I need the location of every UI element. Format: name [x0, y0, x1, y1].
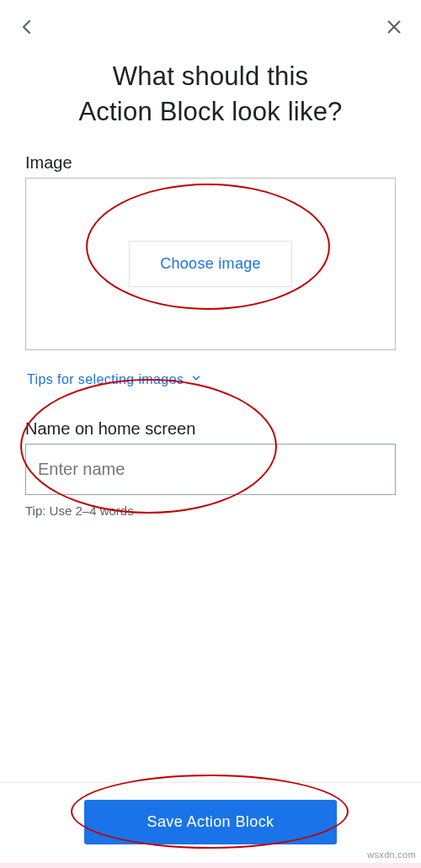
back-icon[interactable]: [15, 15, 39, 39]
title-line-1: What should this: [113, 61, 308, 91]
footer: Save Action Block: [0, 782, 421, 868]
choose-image-button[interactable]: Choose image: [129, 241, 292, 287]
name-label: Name on home screen: [25, 419, 396, 439]
watermark: wsxdn.com: [367, 849, 416, 860]
close-icon[interactable]: [382, 15, 406, 39]
title-line-2: Action Block look like?: [78, 97, 342, 126]
tips-label: Tips for selecting images: [27, 372, 184, 387]
bottom-accent-strip: [0, 863, 421, 868]
tips-selecting-images[interactable]: Tips for selecting images: [27, 372, 202, 387]
image-preview-box: Choose image: [25, 178, 396, 350]
name-hint: Tip: Use 2–4 words: [25, 503, 396, 518]
image-label: Image: [25, 153, 396, 173]
chevron-down-icon: [190, 372, 202, 387]
save-action-block-button[interactable]: Save Action Block: [84, 800, 337, 844]
name-input[interactable]: [25, 444, 396, 495]
page-title: What should this Action Block look like?: [25, 59, 396, 130]
